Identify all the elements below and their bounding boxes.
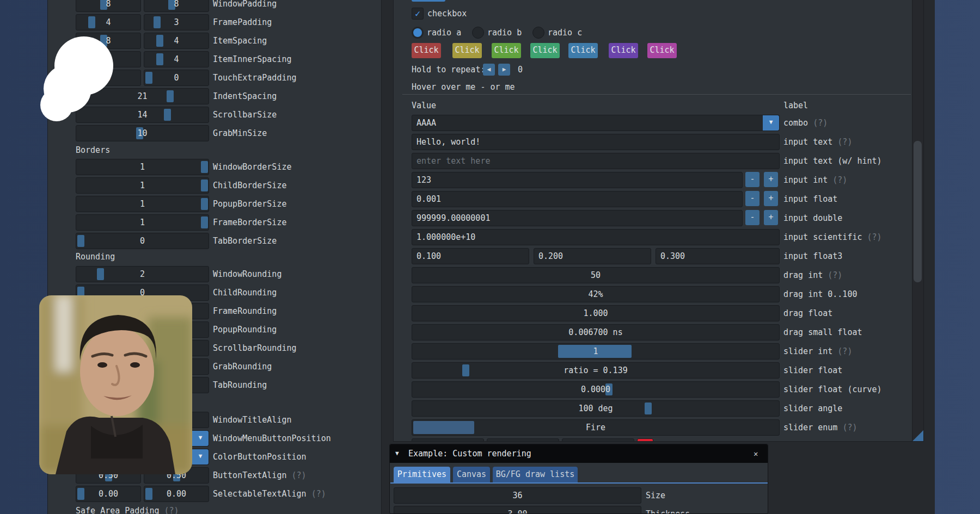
widgets-window: ✓ checkbox radio a radio b radio c Click…	[393, 0, 924, 442]
slider-float-curve[interactable]: 0.0000	[412, 381, 780, 398]
partial-button-top[interactable]	[412, 0, 445, 2]
radio-c-label[interactable]: radio c	[548, 27, 582, 39]
input-text-field[interactable]: Hello, world!	[412, 134, 780, 150]
vertical-scrollbar[interactable]	[912, 0, 923, 441]
slider-windowbordersize[interactable]: 1	[76, 159, 209, 175]
click-button-1[interactable]: Click	[412, 43, 441, 58]
desktop: 8 8 WindowPadding 4 3 FramePadding 8 4 I…	[0, 0, 980, 514]
minus-button[interactable]: -	[745, 191, 759, 206]
resize-grip-icon[interactable]	[912, 430, 923, 441]
section-header-safe-area: Safe Area Padding (?)	[76, 505, 179, 514]
chevron-down-icon[interactable]: ▼	[192, 449, 209, 465]
drag-small-float[interactable]: 0.006700 ns	[412, 324, 780, 340]
slider-angle[interactable]: 100 deg	[412, 400, 780, 417]
help-marker: (?)	[164, 506, 179, 514]
input-float-field[interactable]: 0.001	[412, 191, 743, 207]
separator	[402, 94, 911, 95]
drag-float[interactable]: 1.000	[412, 305, 780, 321]
input-int-field[interactable]: 123	[412, 172, 743, 188]
help-marker: (?)	[311, 489, 326, 499]
minus-button[interactable]: -	[745, 210, 759, 225]
webcam-overlay	[39, 295, 192, 474]
drag-int-percent[interactable]: 42%	[412, 286, 780, 302]
input-double-field[interactable]: 999999.00000001	[412, 210, 743, 226]
checkbox[interactable]: ✓	[412, 8, 424, 20]
radio-b-label[interactable]: radio b	[487, 27, 522, 39]
slider-framepadding-x[interactable]: 4	[76, 14, 141, 30]
arrow-left-button[interactable]: ◀	[483, 64, 495, 76]
radio-c[interactable]	[532, 27, 544, 39]
click-button-2[interactable]: Click	[452, 43, 482, 58]
plus-button[interactable]: +	[764, 191, 778, 206]
close-icon[interactable]: ✕	[754, 444, 758, 463]
slider-thickness[interactable]: 3.00	[394, 506, 641, 514]
hold-to-repeat-label: Hold to repeat:	[412, 64, 485, 76]
scrollbar-grab[interactable]	[914, 141, 922, 282]
input-text-hint-field[interactable]: enter text here	[412, 153, 780, 169]
help-marker: (?)	[832, 175, 847, 185]
slider-enum[interactable]: Fire	[412, 419, 780, 436]
custom-rendering-window: ▼ Example: Custom rendering ✕ Primitives…	[389, 444, 768, 514]
slider-itemspacing-y[interactable]: 4	[144, 33, 209, 49]
color-swatch[interactable]	[637, 438, 653, 442]
plus-button[interactable]: +	[764, 172, 778, 187]
slider-touchextrapadding-y[interactable]: 0	[144, 70, 209, 86]
slider-popupbordersize[interactable]: 1	[76, 196, 209, 212]
column-header-label: label	[783, 100, 808, 112]
chevron-down-icon[interactable]: ▼	[763, 115, 779, 131]
combo-field[interactable]: AAAA ▼	[412, 115, 780, 131]
slider-selectabletextalign-y[interactable]: 0.00	[144, 486, 209, 502]
color-component-g[interactable]	[487, 438, 559, 442]
slider-grabminsize[interactable]: 10	[76, 125, 209, 141]
slider-windowrounding[interactable]: 2	[76, 266, 209, 282]
collapse-arrow-icon[interactable]: ▼	[395, 444, 399, 463]
drag-int[interactable]: 50	[412, 267, 780, 283]
input-float3-y[interactable]: 0.200	[534, 248, 651, 264]
radio-b[interactable]	[472, 27, 484, 39]
chevron-down-icon[interactable]: ▼	[192, 431, 209, 446]
radio-a[interactable]	[412, 27, 424, 39]
slider-size[interactable]: 36	[394, 487, 641, 504]
white-blob-overlay	[39, 35, 121, 122]
minus-button[interactable]: -	[745, 172, 759, 187]
arrow-left-icon: ◀	[487, 66, 491, 73]
input-float3-x[interactable]: 0.100	[412, 248, 529, 264]
section-header-rounding: Rounding	[76, 251, 115, 262]
tab-canvas[interactable]: Canvas	[453, 467, 490, 482]
click-button-5[interactable]: Click	[568, 43, 598, 58]
slider-windowpadding-y[interactable]: 8	[144, 0, 209, 12]
click-button-3[interactable]: Click	[492, 43, 521, 58]
slider-iteminnerspacing-y[interactable]: 4	[144, 51, 209, 67]
color-component-r[interactable]	[412, 438, 484, 442]
color-component-b[interactable]	[562, 438, 634, 442]
arrow-right-button[interactable]: ▶	[498, 64, 510, 76]
slider-selectabletextalign-x[interactable]: 0.00	[76, 486, 141, 502]
section-header-borders: Borders	[76, 145, 110, 156]
click-button-6[interactable]: Click	[609, 43, 638, 58]
input-scientific-field[interactable]: 1.000000e+10	[412, 229, 780, 245]
checkbox-label[interactable]: checkbox	[427, 8, 467, 20]
hover-label[interactable]: Hover over me - or me	[412, 81, 515, 93]
slider-tabbordersize[interactable]: 0	[76, 233, 209, 249]
slider-childbordersize[interactable]: 1	[76, 177, 209, 194]
click-button-7[interactable]: Click	[647, 43, 677, 58]
tab-underline	[390, 482, 768, 484]
help-marker: (?)	[867, 232, 882, 242]
slider-framebordersize[interactable]: 1	[76, 214, 209, 231]
hold-to-repeat-value: 0	[518, 64, 523, 76]
input-float3-z[interactable]: 0.300	[656, 248, 780, 264]
plus-button[interactable]: +	[764, 210, 778, 225]
window-titlebar[interactable]: ▼ Example: Custom rendering ✕	[390, 444, 768, 463]
slider-framepadding-y[interactable]: 3	[144, 14, 209, 30]
slider-float[interactable]: ratio = 0.139	[412, 362, 780, 379]
help-marker: (?)	[292, 470, 307, 480]
tab-bgfg-draw-lists[interactable]: BG/FG draw lists	[493, 467, 578, 482]
check-icon: ✓	[415, 8, 420, 19]
window-title: Example: Custom rendering	[408, 444, 531, 463]
tab-primitives[interactable]: Primitives	[394, 467, 450, 482]
click-button-4[interactable]: Click	[530, 43, 560, 58]
column-header-value: Value	[412, 100, 436, 112]
radio-a-label[interactable]: radio a	[427, 27, 461, 39]
slider-windowpadding-x[interactable]: 8	[76, 0, 141, 12]
slider-int[interactable]: 1	[412, 343, 780, 360]
